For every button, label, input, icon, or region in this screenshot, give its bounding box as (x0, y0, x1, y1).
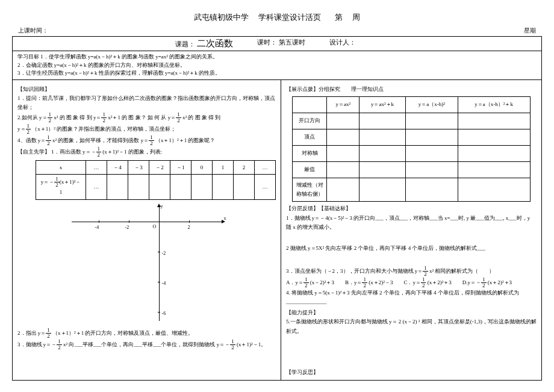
origin-label: O (153, 223, 157, 231)
topic: 二次函数 (197, 39, 233, 48)
goal-3: 3．让学生经历函数 y=a(x－h)²＋k 性质的探索过程，理解函数 y=a(x… (17, 70, 220, 76)
section-selfstudy: 【自主先学】 1．画出函数 y＝－12 (x＋1)²－1 的图象，列表: (17, 146, 276, 158)
problem-3: 3．顶点坐标为（－2，3），开口方向和大小与抛物线 y＝12 x² 相同的解析式… (286, 266, 537, 277)
topic-label: 课题： (175, 40, 195, 48)
class-time-label: 上课时间： (18, 26, 524, 35)
question-after-2: 3．抛物线 y＝－12 x² 向___平移___个单位，再向___平移___个单… (17, 339, 276, 350)
table-row-x: x … －4 －3 －2 －1 0 1 2 … (36, 161, 276, 175)
goal-2: 2．会确定函数 y=a(x－h)²＋k 的图象的开口方向、对称轴和顶点坐标。 (17, 62, 185, 68)
main-content: 【知识回顾】 1．提问：前几节课，我们都学习了形如什么样的二次函数的图象？指出函… (12, 80, 542, 381)
comparison-table: y＝ax² y＝ax²＋k y＝a（x-h)² y＝a（x-h）²＋k 开口方向… (292, 96, 530, 202)
value-table: x … －4 －3 －2 －1 0 1 2 … y＝－12(x＋1)²－1 … (36, 160, 276, 199)
question-1: 1．提问：前几节课，我们都学习了形如什么样的二次函数的图象？指出函数图象的开口方… (17, 94, 276, 113)
problem-5: 5.一条抛物线的形状和开口方向都与抛物线 y＝ 2 (x－2) ² 相同，其顶点… (286, 317, 537, 336)
x-label: x (224, 214, 226, 223)
designer-label: 设计人： (329, 39, 356, 46)
comp-row: 最值 (293, 161, 530, 178)
period: 第五课时 (279, 39, 305, 46)
doc-type: 学科课堂设计活页 (258, 13, 321, 22)
goal-1: 1．使学生理解函数 y=a(x－h)²＋k 的图象与函数 y=ax² 的图象之间… (40, 54, 218, 60)
left-column: 【知识回顾】 1．提问：前几节课，我们都学习了形如什么样的二次函数的图象？指出函… (13, 80, 281, 381)
problem-3-options: A．y＝12 (x－2)²＋3 B．y＝12 (x＋2)²－3 C．y＝12 (… (286, 277, 537, 288)
coordinate-plane: y x O -4 -2 2 -2 -4 -6 (69, 204, 225, 324)
week-prefix: 第 (335, 13, 343, 22)
weekday-label: 星期 (524, 26, 536, 35)
section-explore: 【展示点拨】分组探究 理一理知识点 (286, 85, 537, 94)
right-column: 【展示点拨】分组探究 理一理知识点 y＝ax² y＝ax²＋k y＝a（x-h)… (281, 80, 541, 381)
comp-row: 增减性（对称轴右侧） (293, 178, 530, 202)
comp-row: 顶点 (293, 129, 530, 145)
problem-1: 1．抛物线 y＝－4(x－5)²－3 的开口向___，顶点___，对称轴___当… (286, 214, 537, 232)
week-suffix: 周 (352, 13, 360, 22)
x-header: x (36, 161, 86, 175)
section-review: 【知识回顾】 (17, 85, 276, 94)
y-label: y (161, 202, 163, 211)
period-label: 课时： (257, 39, 277, 46)
learning-goals: 学习目标 1．使学生理解函数 y=a(x－h)²＋k 的图象与函数 y=ax² … (12, 51, 542, 80)
header-meta-row: 上课时间： 星期 (12, 25, 542, 37)
y-header: y＝－12(x＋1)²－1 (36, 175, 86, 199)
problem-2: 2 抛物线 y＝5X² 先向左平移 2 个单位，再向下平移 4 个单位后，抛物线… (286, 244, 537, 253)
y-axis (159, 207, 160, 321)
problem-4: 4. 将抛物线 y＝5(x－1)²＋3 先向左平移 2 个单位，再向下平移 4 … (286, 288, 537, 307)
question-4: 4、函数 y＝12 x² 的图象，如何平移，才能得到函数 y＝12 （x＋1）²… (17, 135, 276, 146)
question-after-1: 2．指出 y＝12 （x＋1）²＋1 的开口方向，对称轴及顶点，最值、增减性。 (17, 328, 276, 339)
page-header: 武屯镇初级中学 学科课堂设计活页 第 周 (12, 12, 542, 23)
section-ability: 【能力提升】 (286, 308, 537, 317)
comp-row: 对称轴 (293, 145, 530, 161)
table-row-y: y＝－12(x＋1)²－1 … … (36, 175, 276, 199)
question-2: 2.如何从 y＝12 x² 的 图 象 得 到 y＝12 x²＋1 的 图 象？… (17, 112, 276, 135)
section-reflection: 【学习反思】 (286, 368, 537, 377)
comp-header-row: y＝ax² y＝ax²＋k y＝a（x-h)² y＝a（x-h）²＋k (293, 96, 530, 113)
comp-row: 开口方向 (293, 113, 530, 129)
x-axis (72, 222, 222, 222)
section-feedback: 【分层反馈】【基础达标】 (286, 204, 537, 213)
title-row: 课题： 二次函数 课时： 第五课时 设计人： (12, 37, 542, 51)
school-name: 武屯镇初级中学 (194, 13, 249, 22)
goals-label: 学习目标 (17, 54, 39, 60)
